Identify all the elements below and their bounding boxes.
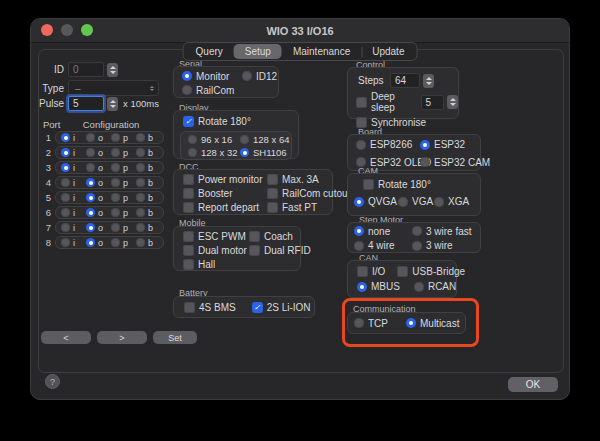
id-input[interactable]: 0 xyxy=(68,62,104,77)
port-b-radio[interactable] xyxy=(136,148,145,157)
port-config-group: i o p b xyxy=(55,146,164,159)
3-wire-fast-radio[interactable] xyxy=(412,226,422,236)
mbus-radio[interactable] xyxy=(357,282,367,292)
port-i-radio[interactable] xyxy=(61,133,70,142)
tcp-label: TCP xyxy=(368,318,388,329)
deep-sleep-stepper[interactable] xyxy=(447,95,458,109)
xga-radio[interactable] xyxy=(434,197,444,207)
port-p-radio[interactable] xyxy=(111,193,120,202)
display-rotate-checkbox[interactable] xyxy=(183,116,194,127)
report-depart-checkbox[interactable] xyxy=(183,202,194,213)
steps-stepper[interactable] xyxy=(423,74,434,88)
port-row: 7 i o p b xyxy=(31,221,164,234)
4-wire-radio[interactable] xyxy=(354,241,364,251)
fast-pt-checkbox[interactable] xyxy=(267,202,278,213)
id-stepper[interactable] xyxy=(107,63,118,77)
railcom-cutout-checkbox[interactable] xyxy=(267,188,278,199)
pulse-input[interactable]: 5 xyxy=(68,96,104,111)
none-radio[interactable] xyxy=(354,226,364,236)
option-label: p xyxy=(123,193,128,203)
port-p-radio[interactable] xyxy=(111,178,120,187)
port-p-radio[interactable] xyxy=(111,223,120,232)
port-p-radio[interactable] xyxy=(111,163,120,172)
port-p-radio[interactable] xyxy=(111,148,120,157)
option-label: b xyxy=(148,133,153,143)
hall-checkbox[interactable] xyxy=(183,259,194,270)
port-i-radio[interactable] xyxy=(61,178,70,187)
set-button[interactable]: Set xyxy=(153,331,197,344)
esp8266-radio[interactable] xyxy=(356,140,366,150)
port-p-radio[interactable] xyxy=(111,208,120,217)
port-i-radio[interactable] xyxy=(61,208,70,217)
rcan-radio[interactable] xyxy=(414,282,424,292)
ok-button[interactable]: OK xyxy=(508,377,558,392)
vga-label: VGA xyxy=(412,196,433,207)
dual-motor-checkbox[interactable] xyxy=(183,245,194,256)
mode-128x32-radio[interactable] xyxy=(188,148,197,157)
port-i-radio[interactable] xyxy=(61,238,70,247)
port-b-radio[interactable] xyxy=(136,238,145,247)
prev-button[interactable]: < xyxy=(41,331,91,344)
monitor-radio[interactable] xyxy=(182,71,192,81)
help-button[interactable]: ? xyxy=(45,374,60,389)
esc-pwm-checkbox[interactable] xyxy=(183,231,194,242)
port-o-radio[interactable] xyxy=(86,148,95,157)
mode-96x16-radio[interactable] xyxy=(188,135,197,144)
id12-radio[interactable] xyxy=(242,71,252,81)
port-b-radio[interactable] xyxy=(136,193,145,202)
port-b-radio[interactable] xyxy=(136,178,145,187)
port-i-radio[interactable] xyxy=(61,148,70,157)
port-p-radio[interactable] xyxy=(111,133,120,142)
2s-li-ion-checkbox[interactable] xyxy=(252,302,263,313)
io-checkbox[interactable] xyxy=(357,266,368,277)
port-o-radio[interactable] xyxy=(86,163,95,172)
port-o-radio[interactable] xyxy=(86,193,95,202)
port-b-radio[interactable] xyxy=(136,163,145,172)
qvga-radio[interactable] xyxy=(354,197,364,207)
tab-maintenance[interactable]: Maintenance xyxy=(282,44,361,59)
port-o-radio[interactable] xyxy=(86,238,95,247)
type-select[interactable]: – xyxy=(68,80,159,96)
port-config-group: i o p b xyxy=(55,176,164,189)
esp32-radio[interactable] xyxy=(420,140,430,150)
power-monitor-checkbox[interactable] xyxy=(183,174,194,185)
usb-bridge-checkbox[interactable] xyxy=(397,266,408,277)
dual-rfid-checkbox[interactable] xyxy=(249,245,260,256)
vga-radio[interactable] xyxy=(398,197,408,207)
multicast-radio[interactable] xyxy=(406,318,416,328)
rcan-label: RCAN xyxy=(428,281,456,292)
port-p-radio[interactable] xyxy=(111,238,120,247)
pulse-stepper[interactable] xyxy=(107,97,118,111)
mode-sh1106-radio[interactable] xyxy=(240,148,249,157)
esp32-cam-radio[interactable] xyxy=(420,157,430,167)
tab-setup[interactable]: Setup xyxy=(234,44,282,59)
port-i-radio[interactable] xyxy=(61,163,70,172)
dcc-group: Power monitor Max. 3A Booster RailCom cu… xyxy=(173,169,333,215)
mobile-group: ESC PWM Coach Dual motor Dual RFID Hall xyxy=(173,226,301,271)
booster-checkbox[interactable] xyxy=(183,188,194,199)
max-3a-checkbox[interactable] xyxy=(267,174,278,185)
deep-sleep-input[interactable]: 5 xyxy=(421,95,444,110)
port-o-radio[interactable] xyxy=(86,223,95,232)
4s-bms-checkbox[interactable] xyxy=(184,302,195,313)
tcp-radio[interactable] xyxy=(354,318,364,328)
port-o-radio[interactable] xyxy=(86,208,95,217)
3-wire-radio[interactable] xyxy=(412,241,422,251)
port-b-radio[interactable] xyxy=(136,208,145,217)
next-button[interactable]: > xyxy=(97,331,147,344)
pulse-row: Pulse 5 x 100ms xyxy=(31,96,159,111)
deep-sleep-checkbox[interactable] xyxy=(356,97,367,108)
port-b-radio[interactable] xyxy=(136,223,145,232)
steps-input[interactable]: 64 xyxy=(390,73,420,88)
coach-checkbox[interactable] xyxy=(249,231,260,242)
tab-update[interactable]: Update xyxy=(361,44,415,59)
port-b-radio[interactable] xyxy=(136,133,145,142)
cam-rotate-checkbox[interactable] xyxy=(363,179,374,190)
port-o-radio[interactable] xyxy=(86,133,95,142)
mode-128x64-radio[interactable] xyxy=(240,135,249,144)
port-i-radio[interactable] xyxy=(61,193,70,202)
port-i-radio[interactable] xyxy=(61,223,70,232)
railcom-radio[interactable] xyxy=(182,85,192,95)
port-o-radio[interactable] xyxy=(86,178,95,187)
tab-query[interactable]: Query xyxy=(185,44,234,59)
